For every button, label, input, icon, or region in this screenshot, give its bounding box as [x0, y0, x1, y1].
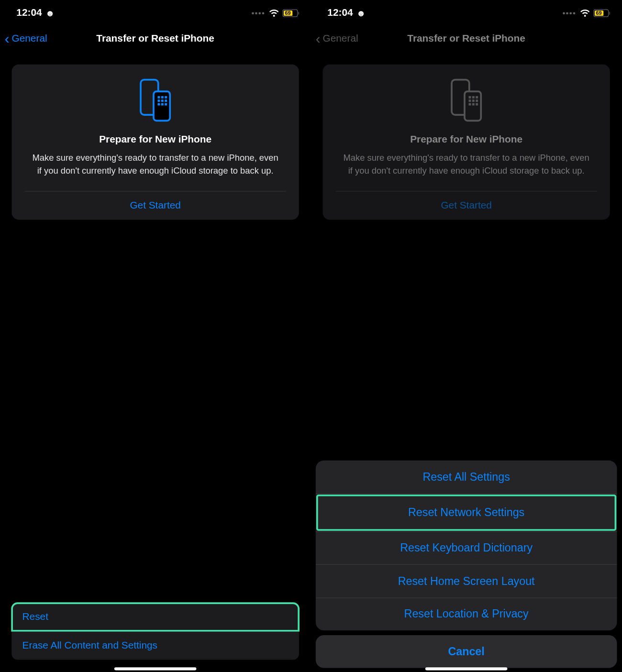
card-title: Prepare for New iPhone	[18, 133, 293, 145]
svg-rect-21	[476, 103, 478, 106]
svg-rect-12	[465, 91, 481, 121]
cancel-button[interactable]: Cancel	[316, 635, 617, 668]
svg-rect-15	[476, 96, 478, 99]
prepare-card: Prepare for New iPhone Make sure everyth…	[12, 65, 299, 220]
back-label: General	[12, 33, 47, 45]
reset-location-privacy[interactable]: Reset Location & Privacy	[316, 598, 617, 631]
reset-home-screen-layout[interactable]: Reset Home Screen Layout	[316, 564, 617, 597]
two-iphones-icon	[329, 78, 604, 123]
status-bar: 12:04 ☻ •••• 69	[0, 0, 311, 26]
svg-rect-6	[161, 99, 164, 102]
svg-rect-2	[158, 96, 160, 99]
face-icon: ☻	[45, 8, 55, 18]
get-started-button[interactable]: Get Started	[18, 191, 293, 220]
cellular-dots-icon: ••••	[562, 8, 576, 18]
back-button[interactable]: ‹ General	[5, 32, 47, 45]
svg-rect-9	[161, 103, 164, 106]
svg-rect-18	[476, 99, 478, 102]
cellular-dots-icon: ••••	[251, 8, 265, 18]
face-icon: ☻	[356, 8, 366, 18]
nav-bar: ‹ General Transfer or Reset iPhone	[0, 26, 311, 52]
battery-icon: 69	[282, 9, 299, 17]
home-indicator[interactable]	[425, 667, 508, 670]
svg-rect-1	[154, 91, 170, 121]
svg-rect-20	[472, 103, 475, 106]
svg-rect-19	[469, 103, 471, 106]
battery-icon: 69	[593, 9, 610, 17]
svg-rect-14	[472, 96, 475, 99]
status-bar: 12:04 ☻ •••• 69	[311, 0, 622, 26]
chevron-left-icon: ‹	[316, 32, 321, 45]
reset-network-settings[interactable]: Reset Network Settings	[316, 494, 616, 530]
back-label: General	[323, 33, 358, 45]
reset-action-sheet: Reset All Settings Reset Network Setting…	[316, 461, 617, 668]
card-title: Prepare for New iPhone	[329, 133, 604, 145]
nav-bar: ‹ General Transfer or Reset iPhone	[311, 26, 622, 52]
status-time: 12:04	[327, 7, 353, 19]
get-started-button: Get Started	[329, 191, 604, 220]
reset-keyboard-dictionary[interactable]: Reset Keyboard Dictionary	[316, 531, 617, 564]
bottom-options: Reset Erase All Content and Settings	[12, 603, 299, 660]
svg-rect-17	[472, 99, 475, 102]
card-description: Make sure everything's ready to transfer…	[18, 151, 293, 191]
two-iphones-icon	[18, 78, 293, 123]
reset-all-settings[interactable]: Reset All Settings	[316, 461, 617, 494]
home-indicator[interactable]	[114, 667, 197, 670]
svg-rect-10	[165, 103, 167, 106]
reset-button[interactable]: Reset	[12, 603, 299, 631]
svg-rect-8	[158, 103, 160, 106]
svg-rect-16	[469, 99, 471, 102]
wifi-icon	[580, 9, 590, 17]
back-button: ‹ General	[316, 32, 358, 45]
svg-rect-4	[165, 96, 167, 99]
status-time: 12:04	[16, 7, 42, 19]
prepare-card: Prepare for New iPhone Make sure everyth…	[323, 65, 610, 220]
svg-rect-13	[469, 96, 471, 99]
card-description: Make sure everything's ready to transfer…	[329, 151, 604, 191]
erase-all-button[interactable]: Erase All Content and Settings	[12, 632, 299, 660]
chevron-left-icon: ‹	[5, 32, 10, 45]
wifi-icon	[269, 9, 279, 17]
svg-rect-5	[158, 99, 160, 102]
svg-rect-3	[161, 96, 164, 99]
svg-rect-7	[165, 99, 167, 102]
